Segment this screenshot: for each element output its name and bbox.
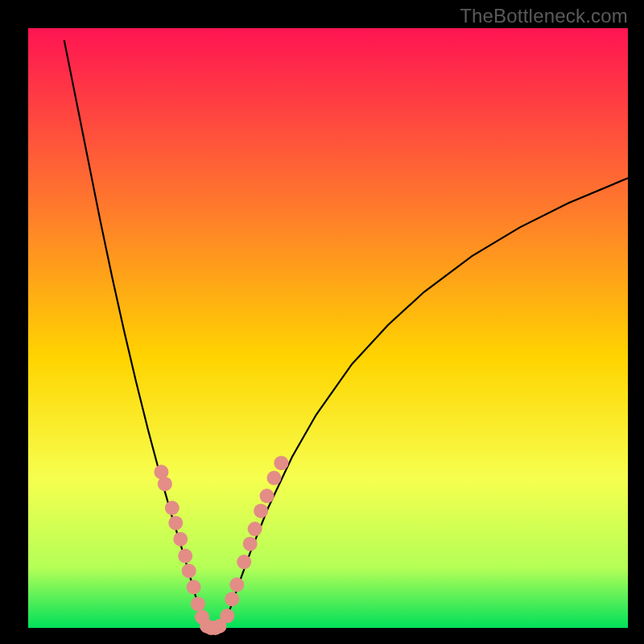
data-marker (168, 516, 183, 530)
data-marker (187, 580, 201, 594)
data-marker (274, 456, 288, 470)
bottleneck-chart (0, 0, 644, 644)
data-marker (260, 489, 275, 503)
plot-background (28, 28, 628, 628)
data-marker (220, 609, 234, 623)
watermark-label: TheBottleneck.com (460, 5, 628, 27)
data-marker (191, 597, 205, 611)
data-marker (165, 501, 180, 515)
data-marker (229, 577, 244, 592)
data-marker (182, 564, 196, 578)
data-marker (254, 504, 268, 518)
data-marker (237, 555, 251, 569)
data-marker (243, 537, 258, 551)
data-marker (266, 471, 281, 485)
data-marker (173, 532, 188, 547)
data-marker (158, 477, 172, 491)
data-marker (178, 549, 192, 564)
data-marker (248, 522, 262, 536)
data-marker (225, 592, 239, 606)
chart-container: TheBottleneck.com (0, 0, 644, 644)
